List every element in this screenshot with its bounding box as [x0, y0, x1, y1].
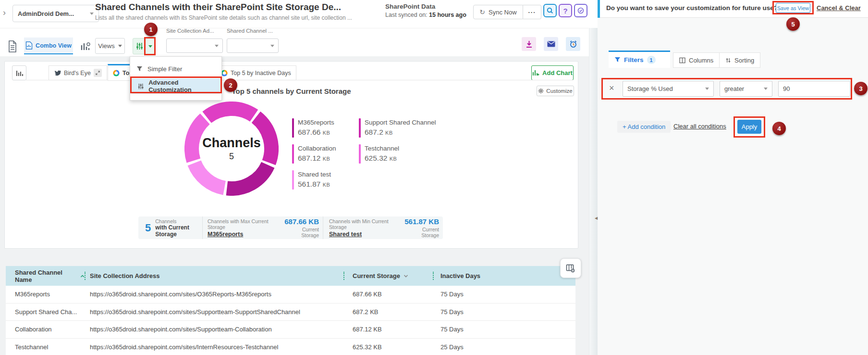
apply-button[interactable]: Apply: [737, 120, 761, 134]
tab-top5-inactive-days-label: Top 5 by Inactive Days: [231, 70, 291, 76]
table-row[interactable]: Support Shared Cha...https://o365droid.s…: [6, 304, 575, 321]
stat-count-value: 5: [145, 222, 151, 234]
clock-check-icon: [577, 7, 585, 14]
tab-sorting[interactable]: Sorting: [719, 52, 760, 68]
filter-menu-caret-button[interactable]: [146, 38, 154, 54]
advanced-filter-button[interactable]: [133, 38, 146, 54]
annotation-step-1: 1: [144, 23, 158, 36]
table-row[interactable]: M365reportshttps://o365droid.sharepoint.…: [6, 286, 575, 304]
stat-max-name[interactable]: M365reports: [208, 231, 284, 238]
ellipsis-icon: ···: [528, 9, 536, 16]
tab-birds-eye-label: Bird's Eye: [64, 70, 91, 76]
table-header-cell[interactable]: Inactive Days: [433, 266, 575, 286]
stat-min-name[interactable]: Shared test: [329, 231, 404, 238]
remove-condition-button[interactable]: ×: [609, 84, 614, 92]
legend-value: 687.66 KB: [298, 128, 334, 137]
export-button[interactable]: [522, 37, 536, 51]
column-separator[interactable]: [85, 272, 86, 280]
search-icon: [546, 7, 554, 14]
donut-segment-testchannel[interactable]: [192, 119, 205, 161]
views-dropdown[interactable]: Views: [95, 38, 125, 54]
site-collection-select[interactable]: [166, 38, 223, 53]
table-cell: 625.32 KB: [343, 339, 433, 355]
report-list-button[interactable]: [8, 40, 17, 55]
table-row[interactable]: Testchannelhttps://o365droid.sharepoint.…: [6, 339, 575, 355]
tab-top5-inactive-days[interactable]: Top 5 by Inactive Days: [216, 65, 296, 80]
add-chart-button[interactable]: Add Chart: [531, 65, 574, 80]
column-separator[interactable]: [343, 272, 344, 280]
legend-item[interactable]: Support Shared Channel687.2 KB: [359, 118, 474, 138]
donut-segment-support-shared-channel[interactable]: [256, 117, 271, 163]
breadcrumb-chevron-icon[interactable]: ›: [3, 8, 6, 18]
help-button[interactable]: ?: [559, 4, 572, 17]
schedule-button[interactable]: [566, 37, 580, 51]
chevron-down-icon: [705, 88, 709, 90]
cancel-clear-link[interactable]: Cancel & Clear: [817, 4, 861, 12]
sync-more-button[interactable]: ···: [523, 5, 541, 19]
chart-view-button[interactable]: [80, 41, 91, 54]
sync-now-button[interactable]: ↻ Sync Now: [473, 5, 523, 19]
panel-scroll-strip[interactable]: [589, 28, 598, 355]
stat-max: Channels with Max Current Storage M365re…: [202, 216, 323, 239]
menu-item-advanced-customization[interactable]: Advanced Customization: [132, 78, 220, 94]
bar-chart-icon: [15, 69, 23, 77]
chevron-down-icon: [764, 88, 768, 90]
save-as-view-button[interactable]: Save as View: [776, 3, 810, 13]
donut-segment-m365reports[interactable]: [227, 165, 268, 189]
panel-collapse-handle[interactable]: ◀: [595, 216, 598, 220]
table-cell: 687.12 KB: [343, 321, 433, 338]
table-cell: https://o365droid.sharepoint.com/sites/S…: [85, 304, 343, 321]
donut-segment-collaboration[interactable]: [207, 109, 254, 117]
legend-label: Support Shared Channel: [365, 118, 436, 127]
chevron-down-icon: [215, 45, 219, 47]
legend-item[interactable]: Collaboration687.12 KB: [292, 144, 359, 164]
table-header-label: Inactive Days: [440, 272, 480, 279]
search-button[interactable]: [543, 4, 557, 17]
menu-item-simple-filter[interactable]: Simple Filter: [130, 61, 221, 76]
condition-operator-value: greater: [724, 85, 744, 92]
table-cell: M365reports: [6, 286, 85, 303]
add-condition-button[interactable]: + Add condition: [617, 121, 671, 133]
column-settings-button[interactable]: [560, 258, 581, 278]
annotation-step-4: 4: [772, 122, 786, 135]
shared-channel-select[interactable]: [227, 38, 279, 53]
donut-segment-shared-test[interactable]: [195, 163, 225, 188]
tenant-selector[interactable]: AdminDroid Dem...: [12, 5, 99, 22]
table-header-cell[interactable]: Site Collection Address: [85, 266, 343, 286]
legend-item[interactable]: Shared test561.87 KB: [292, 170, 359, 190]
legend-item[interactable]: Testchannel625.32 KB: [359, 144, 474, 164]
table-header-cell[interactable]: Shared Channel Name: [6, 266, 85, 286]
condition-field-select[interactable]: Storage % Used: [623, 81, 714, 97]
legend-label: M365reports: [298, 118, 334, 127]
legend-color-bar: [292, 170, 294, 190]
page-title: Shared Channels with their SharePoint Si…: [95, 2, 341, 13]
tab-filters[interactable]: Filters 1: [609, 51, 670, 68]
combo-view-label: Combo View: [36, 42, 72, 49]
column-separator[interactable]: [433, 272, 434, 280]
annotation-step-5: 5: [786, 17, 800, 31]
table-cell: 75 Days: [433, 286, 575, 303]
table-header-label: Site Collection Address: [90, 272, 159, 279]
download-icon: [526, 40, 533, 48]
annotation-step-3: 3: [854, 82, 868, 95]
chart-list-button[interactable]: [12, 65, 26, 80]
sliders-icon: [138, 83, 144, 90]
legend-value: 687.2 KB: [365, 128, 436, 137]
email-button[interactable]: [544, 37, 558, 51]
clear-all-conditions-link[interactable]: Clear all conditions: [673, 123, 726, 130]
condition-operator-select[interactable]: greater: [720, 81, 772, 97]
table-header-cell[interactable]: Current Storage: [343, 266, 433, 286]
last-synced-text: Last synced on: 15 hours ago: [385, 12, 466, 18]
expand-icon[interactable]: [94, 69, 102, 77]
scheduler-button[interactable]: [574, 4, 587, 17]
quick-filter-label-shared-channel: Shared Channel ...: [227, 28, 273, 34]
tab-combo-view[interactable]: Combo View: [24, 38, 73, 54]
tab-birds-eye[interactable]: Bird's Eye: [49, 65, 107, 80]
quick-filter-label-site-collection: Site Collection Ad...: [166, 28, 214, 34]
chart-stats-bar: 5 Channels with Current Storage Channels…: [138, 216, 443, 239]
condition-value-input[interactable]: [778, 81, 850, 97]
table-row[interactable]: Collaborationhttps://o365droid.sharepoin…: [6, 321, 575, 339]
help-icon: ?: [563, 7, 567, 15]
legend-item[interactable]: M365reports687.66 KB: [292, 118, 359, 138]
tab-columns[interactable]: Columns: [673, 52, 720, 68]
